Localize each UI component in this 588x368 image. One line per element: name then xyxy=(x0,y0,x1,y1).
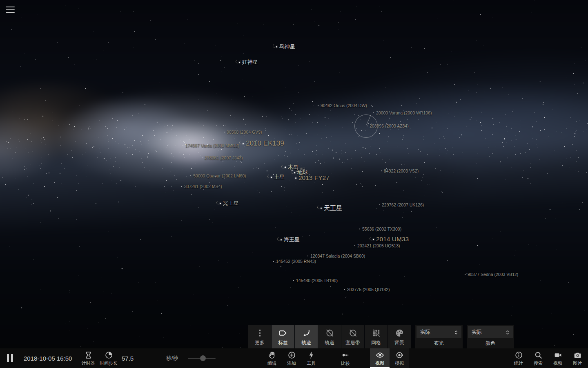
eye-button[interactable]: 视图 xyxy=(370,348,390,368)
view-toggle-tag[interactable]: 标签 xyxy=(272,325,294,348)
view-toggle-orbit-off[interactable]: 轨道 xyxy=(318,325,341,348)
toolbar-button-label: 搜索 xyxy=(534,360,543,366)
sky-label[interactable]: 20000 Varuna (2000 WR106) xyxy=(373,110,432,115)
camera-button[interactable]: 图片 xyxy=(568,348,587,368)
lighting-dropdown-label: 布光 xyxy=(416,340,461,347)
simulate-button[interactable]: 模拟 xyxy=(390,348,409,368)
celestial-body-name: 84922 (2003 VS2) xyxy=(384,168,419,173)
lighting-dropdown[interactable]: 实际 xyxy=(416,326,461,338)
chevron-updown-icon xyxy=(505,329,510,336)
sky-label[interactable]: 冥王星 xyxy=(220,200,239,207)
celestial-body-dot xyxy=(273,261,274,262)
eye-icon xyxy=(376,350,384,360)
sky-label[interactable]: 145452 (2005 RN43) xyxy=(273,259,316,264)
sky-label[interactable]: 303775 (2005 QU182) xyxy=(344,287,390,292)
view-toggle-label: 轨迹 xyxy=(301,339,311,346)
celestial-body-name: 50000 Quaoar (2002 LM60) xyxy=(193,173,246,178)
sky-label[interactable]: 90377 Sedna (2003 VB12) xyxy=(465,272,518,277)
sky-label[interactable]: 145480 (2005 TB190) xyxy=(293,278,338,283)
sky-label[interactable]: 50000 Quaoar (2002 LM60) xyxy=(190,173,246,178)
view-toggle-label: 网格 xyxy=(371,339,381,346)
sky-label[interactable]: 90482 Orcus (2004 DW) xyxy=(318,103,367,108)
sky-label[interactable]: 鸟神星 xyxy=(276,43,295,50)
celestial-body-name: 天王星 xyxy=(324,204,342,212)
camera-icon xyxy=(573,350,582,360)
view-options-toolbar: 更多标签轨迹轨道宜居带网格背景 实际 布光 实际 颜色 xyxy=(248,325,514,348)
sky-label[interactable]: 202421 (2005 UQ513) xyxy=(354,243,400,248)
toolbar-button-label: 视图 xyxy=(375,360,384,366)
timestep-button[interactable]: 时间步长 xyxy=(98,348,119,368)
center-button-group: 编辑添加工具比较视图模拟 xyxy=(262,348,409,368)
celestial-body-name: 55636 (2002 TX300) xyxy=(362,227,401,231)
sky-label[interactable]: 2013 FY27 xyxy=(295,174,330,182)
sky-label[interactable]: 120347 Salacia (2004 SB60) xyxy=(307,254,365,258)
pause-button[interactable] xyxy=(6,353,15,363)
celestial-body-name: 鸟神星 xyxy=(279,43,295,50)
celestial-body-dot xyxy=(354,245,355,246)
sky-label[interactable]: 55636 (2002 TX300) xyxy=(359,227,401,231)
sky-label[interactable]: 208996 (2003 AZ84) xyxy=(367,123,409,128)
clock-icon xyxy=(105,350,113,360)
time-speed-slider[interactable] xyxy=(188,348,216,368)
view-toggle-habitable-off[interactable]: 宜居带 xyxy=(341,325,364,348)
video-button[interactable]: 视频 xyxy=(548,348,568,368)
hamburger-icon xyxy=(6,7,15,7)
compare-dots-button[interactable]: 比较 xyxy=(336,348,355,368)
video-icon xyxy=(554,350,562,360)
bolt-button[interactable]: 工具 xyxy=(301,348,321,368)
sky-label[interactable]: 174567 Varda (2003 MW12) xyxy=(183,143,239,148)
orbit-off-icon xyxy=(325,328,334,338)
sky-label[interactable]: 妊神星 xyxy=(239,58,258,66)
timestep-label: 时间步长 xyxy=(100,360,118,366)
toolbar-button-label: 添加 xyxy=(287,360,296,366)
view-toggle-grid-off[interactable]: 网格 xyxy=(365,325,388,348)
sky-label[interactable]: 2010 EK139 xyxy=(243,139,284,148)
sky-label[interactable]: 90568 (2004 GV9) xyxy=(224,130,262,135)
celestial-body-name: 90377 Sedna (2003 VB12) xyxy=(468,272,518,277)
compare-dots-icon xyxy=(341,350,350,360)
celestial-body-name: 20000 Varuna (2000 WR106) xyxy=(376,110,432,115)
celestial-body-name: 229762 (2007 UK126) xyxy=(382,202,424,207)
add-circle-button[interactable]: 添加 xyxy=(282,348,301,368)
sky-label[interactable]: 229762 (2007 UK126) xyxy=(379,202,424,207)
celestial-body-name: 冥王星 xyxy=(223,200,239,207)
celestial-body-name: 303775 (2005 QU182) xyxy=(347,287,390,292)
celestial-body-name: 145480 (2005 TB190) xyxy=(296,278,338,283)
celestial-body-name: 海王星 xyxy=(284,236,300,243)
sky-label[interactable]: 土星 xyxy=(271,173,285,181)
sky-label[interactable]: 278361 (2007 JJ43) xyxy=(202,155,243,160)
view-toggle-trail[interactable]: 轨迹 xyxy=(295,325,318,348)
celestial-body-dot xyxy=(181,186,182,187)
color-dropdown[interactable]: 实际 xyxy=(468,326,513,338)
view-toggle-palette[interactable]: 背景 xyxy=(388,325,411,348)
time-speed-unit[interactable]: 秒/秒 xyxy=(166,348,178,368)
hand-button[interactable]: 编辑 xyxy=(262,348,282,368)
sky-label[interactable]: 307261 (2002 MS4) xyxy=(181,184,222,189)
celestial-body-name: 208996 (2003 AZ84) xyxy=(370,123,409,128)
sky-label[interactable]: 海王星 xyxy=(281,236,300,243)
celestial-body-dot xyxy=(190,175,191,176)
timer-button[interactable]: 计时器 xyxy=(78,348,98,368)
hand-icon xyxy=(268,350,276,360)
hamburger-menu-button[interactable] xyxy=(5,6,15,14)
simulation-datetime[interactable]: 2018-10-05 16:50 xyxy=(24,348,72,368)
search-button[interactable]: 搜索 xyxy=(528,348,548,368)
sky-label[interactable]: 84922 (2003 VS2) xyxy=(381,168,419,173)
celestial-body-name: 307261 (2002 MS4) xyxy=(184,184,222,189)
trail-icon xyxy=(302,328,311,338)
info-button[interactable]: 统计 xyxy=(509,348,528,368)
celestial-body-dot xyxy=(344,289,345,290)
hourglass-icon xyxy=(84,350,93,360)
search-icon xyxy=(534,350,543,360)
view-toggle-more-vertical[interactable]: 更多 xyxy=(248,325,271,348)
sky-label[interactable]: 天王星 xyxy=(321,204,342,212)
celestial-body-dot xyxy=(293,280,294,281)
sky-label[interactable]: 2014 UM33 xyxy=(373,236,409,243)
grid-off-icon xyxy=(372,328,381,338)
toolbar-button-label: 视频 xyxy=(553,360,562,366)
celestial-body-dot xyxy=(224,132,225,132)
space-canvas[interactable]: 鸟神星妊神星90482 Orcus (2004 DW)20000 Varuna … xyxy=(0,0,588,348)
celestial-body-name: 278361 (2007 JJ43) xyxy=(205,155,243,160)
slider-thumb[interactable] xyxy=(200,355,206,361)
celestial-body-dot xyxy=(202,157,203,158)
